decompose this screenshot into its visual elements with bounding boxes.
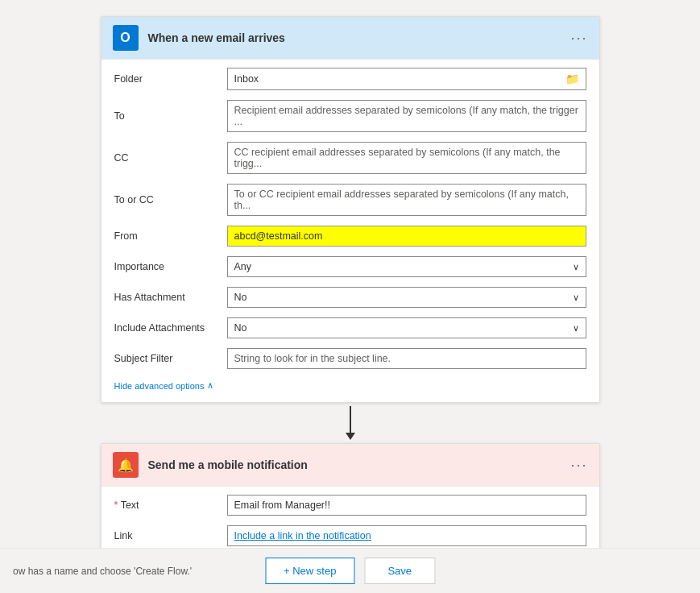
cc-input[interactable]: CC recipient email addresses separated b… [227, 142, 586, 174]
trigger-card-menu[interactable]: ··· [570, 30, 587, 47]
has-attachment-chevron-icon: ∨ [573, 292, 579, 303]
text-input[interactable]: Email from Manager!! [227, 495, 586, 516]
to-input[interactable]: Recipient email addresses separated by s… [227, 100, 586, 132]
field-row-to: To Recipient email addresses separated b… [101, 95, 599, 137]
hide-advanced-options[interactable]: Hide advanced options ∧ [101, 374, 599, 399]
to-label: To [114, 110, 227, 122]
bottom-bar: ow has a name and choose 'Create Flow.' … [0, 548, 700, 593]
folder-label: Folder [114, 73, 227, 85]
folder-value: Inbox [234, 73, 259, 85]
outlook-icon: O [113, 25, 139, 51]
field-row-cc: CC CC recipient email addresses separate… [101, 137, 599, 179]
folder-input[interactable]: Inbox 📁 [227, 68, 586, 90]
text-value: Email from Manager!! [234, 500, 330, 511]
field-row-importance: Importance Any ∨ [101, 251, 599, 282]
arrow-line [350, 406, 351, 435]
field-row-text: Text Email from Manager!! [101, 490, 599, 520]
arrow-head-icon [346, 433, 355, 440]
from-input[interactable]: abcd@testmail.com [227, 226, 586, 247]
to-or-cc-value: To or CC recipient email addresses separ… [234, 189, 579, 211]
bell-icon: 🔔 [118, 458, 134, 473]
importance-chevron-icon: ∨ [573, 262, 579, 272]
hide-advanced-chevron-icon: ∧ [207, 380, 213, 391]
text-label: Text [114, 500, 227, 511]
notification-icon: 🔔 [113, 452, 139, 478]
include-attachments-label: Include Attachments [114, 322, 227, 334]
subject-filter-label: Subject Filter [114, 353, 227, 364]
bottom-bar-actions: + New step Save [265, 558, 435, 584]
trigger-card: O When a new email arrives ··· Folder In… [101, 16, 600, 403]
action-card-menu[interactable]: ··· [570, 457, 587, 474]
has-attachment-label: Has Attachment [114, 292, 227, 303]
has-attachment-value: No [234, 292, 247, 303]
hide-advanced-label: Hide advanced options [114, 381, 205, 391]
to-or-cc-label: To or CC [114, 194, 227, 205]
has-attachment-input[interactable]: No ∨ [227, 287, 586, 308]
cc-value: CC recipient email addresses separated b… [234, 147, 579, 169]
field-row-from: From abcd@testmail.com [101, 221, 599, 251]
importance-input[interactable]: Any ∨ [227, 256, 586, 277]
field-row-has-attachment: Has Attachment No ∨ [101, 282, 599, 313]
link-label: Link [114, 530, 227, 541]
from-label: From [114, 230, 227, 242]
to-value: Recipient email addresses separated by s… [234, 105, 579, 127]
folder-icon: 📁 [565, 73, 579, 85]
field-row-subject-filter: Subject Filter String to look for in the… [101, 343, 599, 374]
subject-filter-input[interactable]: String to look for in the subject line. [227, 348, 586, 369]
save-button[interactable]: Save [364, 558, 435, 584]
link-value: Include a link in the notification [234, 530, 371, 541]
new-step-button[interactable]: + New step [265, 558, 354, 584]
subject-filter-value: String to look for in the subject line. [234, 353, 391, 364]
from-value: abcd@testmail.com [234, 230, 323, 242]
include-attachments-input[interactable]: No ∨ [227, 317, 586, 338]
link-input[interactable]: Include a link in the notification [227, 525, 586, 546]
action-card-header: 🔔 Send me a mobile notification ··· [101, 444, 599, 487]
trigger-card-title: When a new email arrives [148, 31, 571, 44]
importance-label: Importance [114, 261, 227, 272]
include-attachments-value: No [234, 322, 247, 334]
trigger-card-body: Folder Inbox 📁 To Recipient email addres… [101, 60, 599, 402]
to-or-cc-input[interactable]: To or CC recipient email addresses separ… [227, 184, 586, 216]
include-attachments-chevron-icon: ∨ [573, 323, 579, 334]
cc-label: CC [114, 152, 227, 164]
field-row-link: Link Include a link in the notification [101, 520, 599, 551]
trigger-card-header: O When a new email arrives ··· [101, 17, 599, 60]
field-row-include-attachments: Include Attachments No ∨ [101, 313, 599, 343]
action-card-title: Send me a mobile notification [148, 458, 571, 471]
field-row-to-or-cc: To or CC To or CC recipient email addres… [101, 179, 599, 221]
importance-value: Any [234, 261, 252, 272]
field-row-folder: Folder Inbox 📁 [101, 63, 599, 95]
